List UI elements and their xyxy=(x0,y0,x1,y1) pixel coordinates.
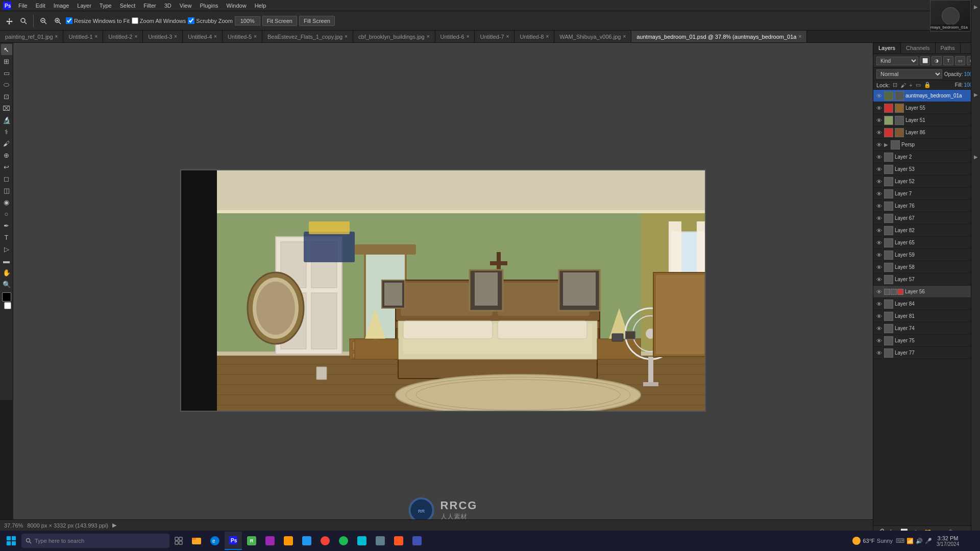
panel-tab-layers[interactable]: Layers xyxy=(873,43,901,54)
clock-widget[interactable]: 3:32 PM 3/17/2024 xyxy=(935,535,961,547)
layer-visibility-icon[interactable]: 👁 xyxy=(875,93,883,99)
file-explorer-btn[interactable] xyxy=(188,532,205,550)
volume-icon[interactable]: 🔊 xyxy=(916,538,923,544)
app-btn-5[interactable] xyxy=(316,532,334,550)
kind-select[interactable]: Kind xyxy=(876,57,918,65)
tab-untitled-1[interactable]: Untitled-1× xyxy=(63,31,103,43)
menu-plugins[interactable]: Plugins xyxy=(195,2,222,10)
layer-item[interactable]: 👁 Layer 76 xyxy=(873,200,980,212)
close-tab-auntmays[interactable]: × xyxy=(798,34,801,39)
layer-item[interactable]: 👁 Layer 56 xyxy=(873,286,980,298)
layer-visibility-icon[interactable]: 👁 xyxy=(875,240,883,246)
zoom-input[interactable] xyxy=(235,16,260,26)
lock-all-icon[interactable]: 🔒 xyxy=(924,82,931,88)
lasso-tool[interactable]: ⬭ xyxy=(1,79,12,90)
type-tool[interactable]: T xyxy=(1,232,12,243)
layer-item[interactable]: 👁 Layer 58 xyxy=(873,261,980,273)
layer-item[interactable]: 👁 Layer 82 xyxy=(873,224,980,237)
weather-widget[interactable]: 63°F Sunny xyxy=(852,537,893,545)
layer-visibility-icon[interactable]: 👁 xyxy=(875,179,883,185)
filter-type-btn[interactable]: T xyxy=(943,56,953,65)
clone-tool[interactable]: ⊕ xyxy=(1,149,12,161)
task-view-btn[interactable] xyxy=(170,533,187,549)
app-btn-7[interactable] xyxy=(353,532,371,550)
menu-window[interactable]: Window xyxy=(223,2,251,10)
layer-item[interactable]: 👁 Layer 81 xyxy=(873,310,980,322)
close-tab-untitled-8[interactable]: × xyxy=(546,34,549,39)
layer-visibility-icon[interactable]: 👁 xyxy=(875,154,883,160)
zoom-out-btn[interactable] xyxy=(37,16,50,26)
layer-visibility-icon[interactable]: 👁 xyxy=(875,313,883,319)
filter-pixel-btn[interactable]: ⬜ xyxy=(920,56,930,65)
lock-transparent-icon[interactable]: ⊡ xyxy=(893,82,897,88)
tab-cbf-brooklyn[interactable]: cbf_brooklyn_buildings.jpg× xyxy=(353,31,435,43)
layer-visibility-icon[interactable]: 👁 xyxy=(875,191,883,197)
layer-item[interactable]: 👁 Layer 67 xyxy=(873,212,980,224)
layer-item[interactable]: 👁 Layer 84 xyxy=(873,298,980,310)
panel-tab-paths[interactable]: Paths xyxy=(936,43,961,54)
eyedropper-tool[interactable]: 🔬 xyxy=(1,114,12,126)
zoom-all-windows-checkbox[interactable]: Zoom All Windows xyxy=(132,17,186,24)
filter-shape-btn[interactable]: ▭ xyxy=(955,56,965,65)
layer-visibility-icon[interactable]: 👁 xyxy=(875,252,883,258)
layer-item[interactable]: 👁 Layer 86 xyxy=(873,127,980,139)
layer-item[interactable]: 👁 Layer 7 xyxy=(873,188,980,200)
photoshop-taskbar-btn[interactable]: Ps xyxy=(225,532,242,550)
layer-visibility-icon[interactable]: 👁 xyxy=(875,228,883,234)
menu-type[interactable]: Type xyxy=(95,2,116,10)
tab-untitled-2[interactable]: Untitled-2× xyxy=(103,31,143,43)
close-tab-wam-shibuya[interactable]: × xyxy=(623,34,626,39)
tab-untitled-6[interactable]: Untitled-6× xyxy=(435,31,475,43)
layer-item[interactable]: 👁 Layer 77 xyxy=(873,347,980,359)
expand-icon-2[interactable]: ▶ xyxy=(970,89,981,100)
menu-3d[interactable]: 3D xyxy=(160,2,176,10)
layer-visibility-icon[interactable]: 👁 xyxy=(875,105,883,111)
lock-artboard-icon[interactable]: ▭ xyxy=(916,82,921,88)
zoom-in-btn[interactable] xyxy=(52,16,64,26)
dodge-tool[interactable]: ○ xyxy=(1,208,12,219)
menu-view[interactable]: View xyxy=(176,2,196,10)
tab-untitled-8[interactable]: Untitled-8× xyxy=(514,31,554,43)
tab-auntmays-bedroom[interactable]: auntmays_bedroom_01.psd @ 37.8% (auntmay… xyxy=(631,31,807,43)
layer-visibility-icon[interactable]: 👁 xyxy=(875,325,883,332)
blend-mode-select[interactable]: Normal xyxy=(876,69,942,79)
shape-tool[interactable]: ▬ xyxy=(1,255,12,266)
layer-item[interactable]: 👁 Layer 65 xyxy=(873,237,980,249)
layer-visibility-icon[interactable]: 👁 xyxy=(875,264,883,270)
eraser-tool[interactable]: ◻ xyxy=(1,173,12,184)
gradient-tool[interactable]: ◫ xyxy=(1,185,12,196)
object-selection-tool[interactable]: ⊡ xyxy=(1,91,12,102)
close-tab-painting-ref[interactable]: × xyxy=(55,34,58,39)
app-btn-6[interactable] xyxy=(335,532,352,550)
keyboard-icon[interactable]: ⌨ xyxy=(896,537,904,544)
layer-visibility-icon[interactable]: 👁 xyxy=(875,350,883,356)
layer-visibility-icon[interactable]: 👁 xyxy=(875,117,883,123)
layer-item[interactable]: 👁 ▶ Persp xyxy=(873,139,980,151)
resize-windows-checkbox[interactable]: Resize Windows to Fit xyxy=(66,17,130,24)
crop-tool[interactable]: ⌧ xyxy=(1,103,12,114)
menu-layer[interactable]: Layer xyxy=(73,2,95,10)
layer-visibility-icon[interactable]: 👁 xyxy=(875,130,883,136)
tab-untitled-5[interactable]: Untitled-5× xyxy=(223,31,262,43)
menu-image[interactable]: Image xyxy=(50,2,74,10)
filter-adj-btn[interactable]: ◑ xyxy=(932,56,942,65)
app-btn-4[interactable] xyxy=(298,532,315,550)
layer-visibility-icon[interactable]: 👁 xyxy=(875,166,883,172)
healing-tool[interactable]: ⚕ xyxy=(1,126,12,137)
app-btn-8[interactable] xyxy=(372,532,389,550)
tab-painting-ref[interactable]: painting_ref_01.jpg× xyxy=(0,31,63,43)
layer-visibility-icon[interactable]: 👁 xyxy=(875,215,883,221)
app-btn-2[interactable] xyxy=(261,532,279,550)
taskbar-search[interactable]: Type here to search xyxy=(21,534,169,548)
close-tab-bea-flats[interactable]: × xyxy=(345,34,348,39)
brush-tool[interactable]: 🖌 xyxy=(1,138,12,149)
tab-untitled-7[interactable]: Untitled-7× xyxy=(475,31,514,43)
menu-help[interactable]: Help xyxy=(251,2,271,10)
layer-visibility-icon[interactable]: 👁 xyxy=(875,142,883,148)
app-btn-10[interactable] xyxy=(408,532,426,550)
menu-filter[interactable]: Filter xyxy=(139,2,160,10)
layer-item[interactable]: 👁 Layer 51 xyxy=(873,114,980,127)
menu-edit[interactable]: Edit xyxy=(32,2,50,10)
close-tab-untitled-3[interactable]: × xyxy=(174,34,177,39)
layer-visibility-icon[interactable]: 👁 xyxy=(875,277,883,283)
